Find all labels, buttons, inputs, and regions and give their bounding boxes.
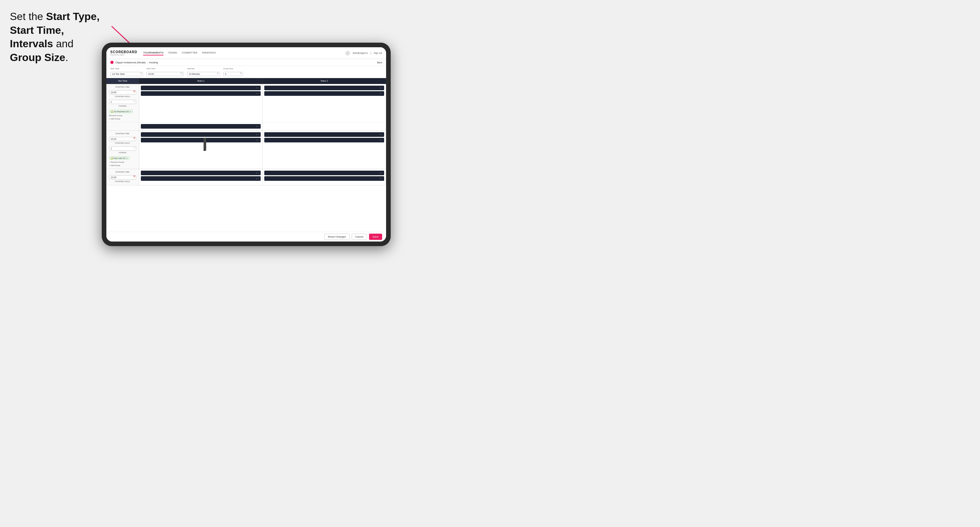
player-close-6-1[interactable]: × ○: [380, 172, 382, 174]
team2-slot-1: × ○ × ○: [262, 84, 386, 122]
breadcrumb-separator: ›: [147, 61, 148, 64]
course-label-1: COURSE:: [109, 105, 136, 107]
course-close-2[interactable]: ×: [126, 157, 128, 159]
start-time-input[interactable]: [146, 72, 184, 76]
tee-settings-1: STARTING TIME: STARTING HOLE: 110 COURSE…: [107, 84, 139, 122]
breadcrumb-section: Hosting: [149, 61, 158, 64]
save-button[interactable]: Save: [369, 233, 382, 240]
table-header: Tee Time Team 1 Team 2: [107, 78, 386, 84]
intervals-select[interactable]: 10 Minutes 8 Minutes 12 Minutes: [187, 72, 220, 76]
th-team2: Team 2: [262, 78, 386, 84]
tablet-screen: SCOREBOARD Powered by clipp'd TOURNAMENT…: [107, 47, 386, 241]
nav-right: blair@clippd.io | Sign out: [345, 51, 382, 56]
th-tee-time: Tee Time: [107, 78, 139, 84]
remove-group-btn-2[interactable]: ○ Remove Group: [109, 161, 136, 163]
tee-group-3: STARTING TIME: STARTING HOLE: × ○ × ○: [107, 169, 386, 186]
player-row-1-3: × ○: [141, 124, 261, 129]
tee-settings-3: STARTING TIME: STARTING HOLE:: [107, 169, 139, 185]
tablet-device: SCOREBOARD Powered by clipp'd TOURNAMENT…: [102, 43, 391, 246]
starting-time-field-2: [109, 135, 136, 141]
start-time-group: Start Time: [146, 68, 184, 76]
starting-time-input-1[interactable]: [109, 90, 136, 95]
tee-settings-2: STARTING TIME: STARTING HOLE: 110 COURSE…: [107, 130, 139, 169]
player-row-4-2: × ○: [264, 138, 384, 143]
player-close-1-2[interactable]: × ○: [256, 92, 259, 95]
tee-group-3-content: STARTING TIME: STARTING HOLE: × ○ × ○: [107, 169, 386, 185]
add-group-btn-2[interactable]: + Add Group: [109, 164, 136, 167]
course-name-2: East Lake GC: [114, 157, 126, 159]
sign-out-link[interactable]: Sign out: [374, 52, 382, 54]
player-close-3-2[interactable]: × ○: [256, 139, 259, 141]
player-row-6-2: × ○: [264, 176, 384, 181]
team2-slot-2: × ○ × ○: [262, 130, 386, 169]
player-close-1-1[interactable]: × ○: [256, 87, 259, 89]
add-group-btn-1[interactable]: + Add Group: [109, 117, 136, 120]
player-close-4-1[interactable]: × ○: [380, 133, 382, 135]
back-button[interactable]: Back: [377, 61, 382, 63]
start-type-label: Start Type: [110, 68, 143, 70]
player-row-1-1: × ○: [141, 86, 261, 90]
team1-slot-1-extra: × ○: [139, 122, 262, 130]
course-close-1[interactable]: ×: [130, 111, 131, 113]
group-size-group: Group Size 3 2 4: [223, 68, 243, 76]
player-row-4-1: × ○: [264, 132, 384, 137]
nav-teams[interactable]: TEAMS: [168, 51, 177, 56]
player-close-2-2[interactable]: × ○: [380, 92, 382, 95]
starting-time-input-3[interactable]: [109, 175, 136, 179]
tee-group-1-content: STARTING TIME: STARTING HOLE: 110 COURSE…: [107, 84, 386, 122]
tee-group-2: STARTING TIME: STARTING HOLE: 110 COURSE…: [107, 130, 386, 169]
reset-changes-button[interactable]: Reset Changes: [325, 233, 350, 240]
nav-tournaments[interactable]: TOURNAMENTS: [143, 51, 164, 56]
course-label-2: COURSE:: [109, 152, 136, 154]
cancel-button[interactable]: Cancel: [352, 233, 367, 240]
starting-hole-select-1[interactable]: 110: [109, 100, 136, 104]
player-close-5-1[interactable]: × ○: [256, 172, 259, 174]
tee-actions-2: ○ Remove Group + Add Group: [109, 161, 136, 167]
intervals-wrapper: 10 Minutes 8 Minutes 12 Minutes: [187, 70, 220, 76]
starting-time-input-2[interactable]: [109, 137, 136, 141]
intervals-group: Intervals 10 Minutes 8 Minutes 12 Minute…: [187, 68, 220, 76]
highlight-group-size: Group Size: [10, 51, 65, 63]
course-icon-1: ⛳: [111, 110, 113, 113]
starting-hole-select-wrapper-2: 110: [109, 145, 136, 151]
start-time-wrapper: [146, 70, 184, 76]
tee-group-1-extra: × ○: [107, 122, 386, 130]
remove-group-btn-1[interactable]: Remove Group: [109, 114, 136, 117]
starting-time-label-3: STARTING TIME:: [109, 171, 136, 173]
player-row-2-2: × ○: [264, 91, 384, 96]
group-size-label: Group Size: [223, 68, 243, 70]
player-close-2-1[interactable]: × ○: [380, 87, 382, 89]
player-row-5-1: × ○: [141, 171, 261, 175]
logo-sub: Powered by clipp'd: [110, 54, 137, 56]
starting-hole-label-3: STARTING HOLE:: [109, 181, 136, 183]
starting-hole-select-2[interactable]: 110: [109, 146, 136, 151]
group-size-select[interactable]: 3 2 4: [223, 72, 243, 76]
player-close-3-1[interactable]: × ○: [256, 133, 259, 135]
user-email: blair@clippd.io: [353, 52, 368, 54]
separator: |: [370, 52, 371, 54]
player-row-1-2: × ○: [141, 91, 261, 96]
starting-time-label-1: STARTING TIME:: [109, 86, 136, 88]
nav-committee[interactable]: COMMITTEE: [181, 51, 197, 56]
tee-groups: STARTING TIME: STARTING HOLE: 110 COURSE…: [107, 84, 386, 232]
breadcrumb-tournament[interactable]: Clippd Invitational (Medal): [115, 61, 146, 64]
highlight-start-type: Start Type,Start Time,Intervals: [10, 11, 99, 49]
starting-time-field-1: [109, 89, 136, 95]
player-row-3-2: × ○: [141, 138, 261, 143]
course-icon-2: ⛳: [111, 157, 113, 159]
tee-group-2-content: STARTING TIME: STARTING HOLE: 110 COURSE…: [107, 130, 386, 169]
player-close-1-3[interactable]: × ○: [256, 125, 259, 127]
starting-time-field-3: [109, 174, 136, 179]
team2-slot-3: × ○ × ○: [262, 169, 386, 185]
player-row-3-1: × ○: [141, 132, 261, 137]
sidebar-tab: [204, 138, 206, 151]
player-close-5-2[interactable]: × ○: [256, 178, 259, 179]
player-close-4-2[interactable]: × ○: [380, 139, 382, 141]
nav-rankings[interactable]: RANKINGS: [202, 51, 216, 56]
starting-hole-label-1: STARTING HOLE:: [109, 95, 136, 97]
start-type-select[interactable]: 1st Tee Start Shotgun Start: [110, 72, 143, 76]
player-row-6-1: × ○: [264, 171, 384, 175]
intervals-label: Intervals: [187, 68, 220, 70]
player-close-6-2[interactable]: × ○: [380, 178, 382, 179]
team2-slot-1-extra: [262, 122, 386, 130]
